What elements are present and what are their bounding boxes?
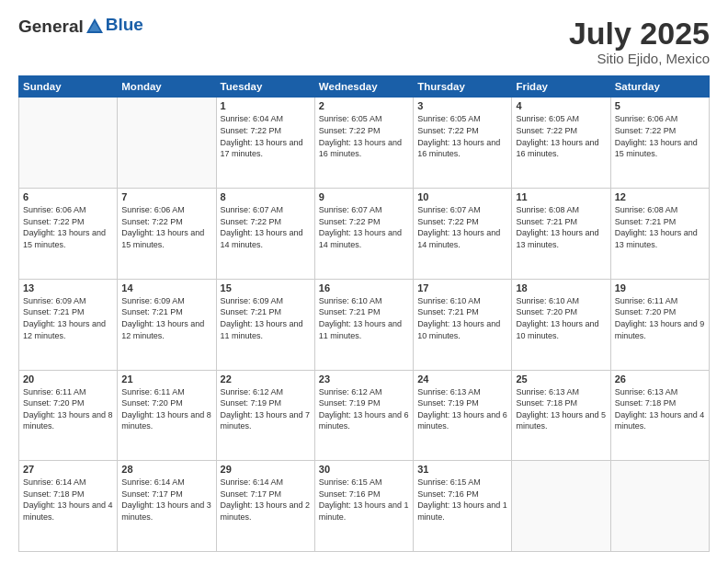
day-info: Sunrise: 6:04 AM Sunset: 7:22 PM Dayligh… [221, 113, 311, 159]
day-number: 25 [516, 373, 606, 385]
day-info: Sunrise: 6:10 AM Sunset: 7:21 PM Dayligh… [319, 295, 409, 341]
calendar-cell: 19Sunrise: 6:11 AM Sunset: 7:20 PM Dayli… [610, 279, 709, 370]
day-number: 31 [417, 464, 507, 475]
header-thursday: Thursday [414, 76, 512, 98]
day-info: Sunrise: 6:09 AM Sunset: 7:21 PM Dayligh… [23, 295, 113, 341]
day-number: 13 [23, 282, 113, 293]
day-number: 1 [221, 100, 311, 111]
day-info: Sunrise: 6:07 AM Sunset: 7:22 PM Dayligh… [417, 204, 507, 250]
day-info: Sunrise: 6:09 AM Sunset: 7:21 PM Dayligh… [121, 295, 211, 341]
day-info: Sunrise: 6:13 AM Sunset: 7:18 PM Dayligh… [615, 386, 705, 432]
day-info: Sunrise: 6:08 AM Sunset: 7:21 PM Dayligh… [615, 204, 705, 250]
calendar-cell: 2Sunrise: 6:05 AM Sunset: 7:22 PM Daylig… [314, 98, 413, 189]
day-number: 28 [121, 464, 211, 475]
calendar-cell: 9Sunrise: 6:07 AM Sunset: 7:22 PM Daylig… [314, 189, 413, 280]
calendar-cell: 31Sunrise: 6:15 AM Sunset: 7:16 PM Dayli… [414, 461, 512, 552]
day-number: 30 [319, 464, 409, 475]
calendar-week-4: 20Sunrise: 6:11 AM Sunset: 7:20 PM Dayli… [19, 370, 710, 461]
day-info: Sunrise: 6:12 AM Sunset: 7:19 PM Dayligh… [319, 386, 409, 432]
header-friday: Friday [512, 76, 610, 98]
calendar-cell [118, 98, 216, 189]
day-info: Sunrise: 6:05 AM Sunset: 7:22 PM Dayligh… [319, 113, 409, 159]
day-number: 9 [319, 191, 409, 202]
day-number: 19 [615, 282, 705, 293]
day-number: 24 [417, 373, 507, 385]
day-number: 17 [417, 282, 507, 293]
day-info: Sunrise: 6:13 AM Sunset: 7:19 PM Dayligh… [417, 386, 507, 432]
day-info: Sunrise: 6:07 AM Sunset: 7:22 PM Dayligh… [319, 204, 409, 250]
header-tuesday: Tuesday [216, 76, 314, 98]
month-title: July 2025 [569, 17, 710, 51]
header: General Blue July 2025 Sitio Ejido, Mexi… [18, 17, 710, 66]
logo-blue-text: Blue [106, 15, 143, 35]
day-info: Sunrise: 6:11 AM Sunset: 7:20 PM Dayligh… [615, 295, 705, 341]
calendar-table: Sunday Monday Tuesday Wednesday Thursday… [18, 75, 710, 552]
page: General Blue July 2025 Sitio Ejido, Mexi… [0, 0, 728, 563]
calendar-cell: 1Sunrise: 6:04 AM Sunset: 7:22 PM Daylig… [216, 98, 314, 189]
calendar-week-5: 27Sunrise: 6:14 AM Sunset: 7:18 PM Dayli… [19, 461, 710, 552]
day-info: Sunrise: 6:11 AM Sunset: 7:20 PM Dayligh… [23, 386, 113, 432]
calendar-cell: 30Sunrise: 6:15 AM Sunset: 7:16 PM Dayli… [314, 461, 413, 552]
calendar-cell: 20Sunrise: 6:11 AM Sunset: 7:20 PM Dayli… [19, 370, 118, 461]
day-number: 4 [516, 100, 606, 111]
calendar-cell: 26Sunrise: 6:13 AM Sunset: 7:18 PM Dayli… [610, 370, 709, 461]
day-number: 22 [221, 373, 311, 385]
calendar-week-3: 13Sunrise: 6:09 AM Sunset: 7:21 PM Dayli… [19, 279, 710, 370]
day-number: 3 [417, 100, 507, 111]
location-title: Sitio Ejido, Mexico [569, 51, 710, 66]
day-number: 6 [23, 191, 113, 202]
day-info: Sunrise: 6:08 AM Sunset: 7:21 PM Dayligh… [516, 204, 606, 250]
calendar-cell: 22Sunrise: 6:12 AM Sunset: 7:19 PM Dayli… [216, 370, 314, 461]
day-info: Sunrise: 6:15 AM Sunset: 7:16 PM Dayligh… [417, 477, 507, 523]
day-number: 29 [221, 464, 311, 475]
day-info: Sunrise: 6:14 AM Sunset: 7:17 PM Dayligh… [121, 477, 211, 523]
calendar-cell: 8Sunrise: 6:07 AM Sunset: 7:22 PM Daylig… [216, 189, 314, 280]
day-info: Sunrise: 6:09 AM Sunset: 7:21 PM Dayligh… [221, 295, 311, 341]
calendar-week-2: 6Sunrise: 6:06 AM Sunset: 7:22 PM Daylig… [19, 189, 710, 280]
title-block: July 2025 Sitio Ejido, Mexico [569, 17, 710, 66]
day-number: 5 [615, 100, 705, 111]
day-number: 23 [319, 373, 409, 385]
day-number: 26 [615, 373, 705, 385]
calendar-cell [610, 461, 709, 552]
day-info: Sunrise: 6:15 AM Sunset: 7:16 PM Dayligh… [319, 477, 409, 523]
day-number: 2 [319, 100, 409, 111]
calendar-cell: 24Sunrise: 6:13 AM Sunset: 7:19 PM Dayli… [414, 370, 512, 461]
day-number: 8 [221, 191, 311, 202]
calendar-cell: 6Sunrise: 6:06 AM Sunset: 7:22 PM Daylig… [19, 189, 118, 280]
day-number: 18 [516, 282, 606, 293]
day-info: Sunrise: 6:10 AM Sunset: 7:21 PM Dayligh… [417, 295, 507, 341]
day-info: Sunrise: 6:05 AM Sunset: 7:22 PM Dayligh… [516, 113, 606, 159]
calendar-header-row: Sunday Monday Tuesday Wednesday Thursday… [19, 76, 710, 98]
day-info: Sunrise: 6:10 AM Sunset: 7:20 PM Dayligh… [516, 295, 606, 341]
calendar-cell: 29Sunrise: 6:14 AM Sunset: 7:17 PM Dayli… [216, 461, 314, 552]
day-info: Sunrise: 6:06 AM Sunset: 7:22 PM Dayligh… [121, 204, 211, 250]
day-number: 16 [319, 282, 409, 293]
calendar-cell: 18Sunrise: 6:10 AM Sunset: 7:20 PM Dayli… [512, 279, 610, 370]
logo: General Blue [18, 17, 143, 37]
calendar-cell: 10Sunrise: 6:07 AM Sunset: 7:22 PM Dayli… [414, 189, 512, 280]
header-sunday: Sunday [19, 76, 118, 98]
day-number: 12 [615, 191, 705, 202]
calendar-cell: 3Sunrise: 6:05 AM Sunset: 7:22 PM Daylig… [414, 98, 512, 189]
calendar-cell: 17Sunrise: 6:10 AM Sunset: 7:21 PM Dayli… [414, 279, 512, 370]
calendar-cell: 21Sunrise: 6:11 AM Sunset: 7:20 PM Dayli… [118, 370, 216, 461]
logo-general-text: General [18, 17, 84, 37]
calendar-cell: 28Sunrise: 6:14 AM Sunset: 7:17 PM Dayli… [118, 461, 216, 552]
day-number: 10 [417, 191, 507, 202]
calendar-cell: 11Sunrise: 6:08 AM Sunset: 7:21 PM Dayli… [512, 189, 610, 280]
day-number: 14 [121, 282, 211, 293]
day-number: 20 [23, 373, 113, 385]
day-info: Sunrise: 6:05 AM Sunset: 7:22 PM Dayligh… [417, 113, 507, 159]
header-wednesday: Wednesday [314, 76, 413, 98]
logo-icon [85, 17, 105, 37]
calendar-cell: 16Sunrise: 6:10 AM Sunset: 7:21 PM Dayli… [314, 279, 413, 370]
day-info: Sunrise: 6:13 AM Sunset: 7:18 PM Dayligh… [516, 386, 606, 432]
day-info: Sunrise: 6:06 AM Sunset: 7:22 PM Dayligh… [615, 113, 705, 159]
calendar-cell: 25Sunrise: 6:13 AM Sunset: 7:18 PM Dayli… [512, 370, 610, 461]
day-number: 7 [121, 191, 211, 202]
day-info: Sunrise: 6:07 AM Sunset: 7:22 PM Dayligh… [221, 204, 311, 250]
calendar-cell [19, 98, 118, 189]
calendar-cell: 27Sunrise: 6:14 AM Sunset: 7:18 PM Dayli… [19, 461, 118, 552]
day-info: Sunrise: 6:11 AM Sunset: 7:20 PM Dayligh… [121, 386, 211, 432]
